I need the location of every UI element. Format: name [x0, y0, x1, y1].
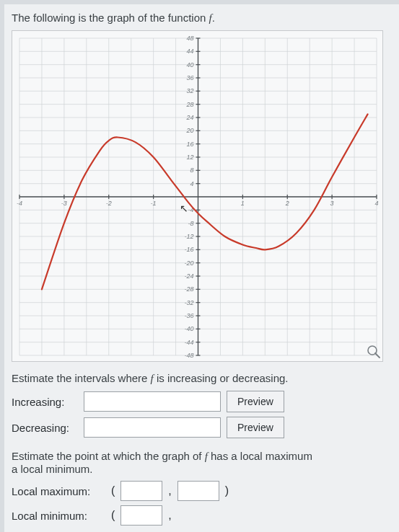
chart-svg: -4-3-2-11234-48-44-40-36-32-28-24-20-16-… [12, 31, 384, 363]
worksheet-page: The following is the graph of the functi… [4, 4, 399, 532]
extrema-text-pre: Estimate the point at which the graph of [12, 450, 205, 462]
increasing-row: Increasing: Preview [12, 391, 396, 412]
extrema-text-post: has a local maximum [208, 450, 312, 462]
svg-text:-40: -40 [184, 325, 193, 332]
svg-text:44: 44 [186, 48, 193, 55]
local-max-x-input[interactable] [120, 481, 162, 501]
svg-text:48: 48 [186, 35, 193, 42]
prompt-text-pre: The following is the graph of the functi… [12, 12, 209, 24]
svg-text:-20: -20 [184, 260, 193, 267]
preview-button-increasing[interactable]: Preview [227, 391, 284, 412]
rparen-max: ) [225, 484, 229, 497]
svg-text:-3: -3 [61, 200, 67, 207]
svg-text:12: 12 [186, 154, 193, 161]
svg-text:28: 28 [185, 101, 193, 108]
svg-text:8: 8 [190, 167, 193, 174]
local-max-label: Local maximum: [12, 485, 105, 497]
zoom-icon[interactable] [368, 346, 380, 358]
svg-text:-12: -12 [184, 233, 193, 240]
svg-text:1: 1 [241, 200, 245, 207]
extrema-question: Estimate the point at which the graph of… [12, 450, 396, 475]
svg-text:-8: -8 [188, 220, 193, 227]
extrema-section: Estimate the point at which the graph of… [12, 450, 396, 526]
decreasing-label: Decreasing: [12, 422, 78, 434]
local-min-x-input[interactable] [120, 505, 162, 526]
decreasing-row: Decreasing: Preview [12, 417, 396, 438]
svg-text:-32: -32 [184, 299, 193, 306]
svg-text:4: 4 [374, 200, 378, 207]
svg-text:4: 4 [190, 180, 193, 187]
svg-text:-16: -16 [184, 246, 193, 253]
local-min-label: Local minimum: [12, 510, 105, 522]
increasing-label: Increasing: [12, 396, 78, 408]
svg-text:-24: -24 [184, 272, 193, 280]
svg-text:36: 36 [186, 74, 193, 81]
svg-text:20: 20 [185, 127, 193, 134]
lparen-min: ( [111, 509, 115, 522]
svg-text:-48: -48 [184, 352, 193, 359]
svg-text:-44: -44 [184, 339, 193, 346]
local-min-row: Local minimum: ( , [12, 505, 396, 526]
svg-text:-36: -36 [184, 312, 193, 319]
intervals-question: Estimate the intervals where f is increa… [12, 372, 396, 385]
svg-text:16: 16 [186, 141, 193, 148]
graph-prompt: The following is the graph of the functi… [12, 12, 396, 25]
svg-text:32: 32 [186, 87, 193, 94]
extrema-text-line2: a local minimum. [12, 463, 93, 475]
local-max-row: Local maximum: ( , ) [12, 481, 396, 501]
intervals-text-pre: Estimate the intervals where [12, 372, 151, 384]
svg-text:2: 2 [285, 200, 289, 207]
lparen-max: ( [111, 484, 115, 497]
svg-text:-2: -2 [106, 200, 112, 207]
preview-button-decreasing[interactable]: Preview [227, 417, 284, 438]
intervals-text-post: is increasing or decreasing. [154, 372, 289, 384]
comma-min: , [168, 509, 171, 522]
svg-text:24: 24 [185, 114, 193, 121]
svg-text:-28: -28 [184, 285, 193, 293]
svg-text:-1: -1 [151, 200, 157, 207]
increasing-input[interactable] [84, 391, 221, 412]
svg-text:-4: -4 [17, 200, 22, 207]
local-max-y-input[interactable] [177, 481, 219, 501]
prompt-text-post: . [212, 12, 215, 24]
svg-text:40: 40 [186, 61, 193, 68]
decreasing-input[interactable] [84, 417, 221, 438]
function-graph: -4-3-2-11234-48-44-40-36-32-28-24-20-16-… [12, 30, 383, 362]
comma-max: , [168, 484, 171, 497]
svg-text:3: 3 [330, 200, 334, 207]
